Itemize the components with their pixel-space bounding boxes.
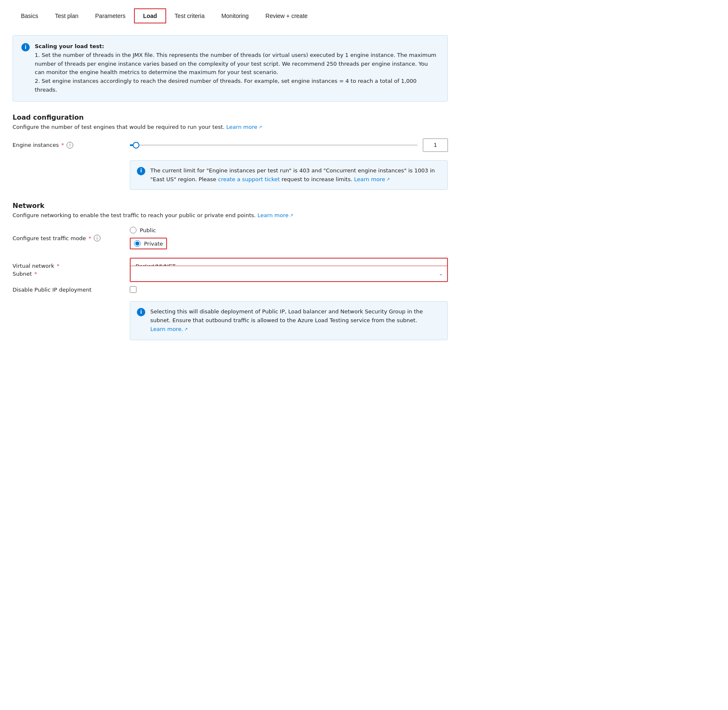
load-config-title: Load configuration (13, 113, 448, 121)
subnet-select[interactable] (131, 266, 447, 281)
network-title: Network (13, 202, 448, 210)
disable-public-ip-learn-more[interactable]: Learn more. ↗ (150, 325, 188, 334)
traffic-mode-info-icon[interactable]: i (94, 235, 100, 241)
disable-public-ip-checkbox-container (130, 286, 136, 293)
create-support-ticket-link[interactable]: create a support ticket (218, 176, 280, 182)
limit-learn-more-icon: ↗ (386, 176, 390, 183)
disable-public-ip-note-icon: i (137, 308, 145, 316)
tab-test-plan[interactable]: Test plan (46, 9, 87, 23)
traffic-mode-row: Configure test traffic mode * i Public P… (13, 227, 448, 249)
traffic-mode-required: * (88, 235, 91, 241)
disable-public-ip-label: Disable Public IP deployment (13, 287, 121, 293)
subnet-required: * (34, 271, 37, 277)
network-learn-more[interactable]: Learn more ↗ (257, 212, 293, 218)
engine-instances-value: 1 (423, 138, 448, 152)
tab-test-criteria[interactable]: Test criteria (166, 9, 213, 23)
engine-instances-info-icon[interactable]: i (67, 142, 73, 149)
network-section: Network Configure networking to enable t… (13, 202, 448, 249)
limit-note-learn-more[interactable]: Learn more ↗ (354, 175, 390, 184)
tab-basics[interactable]: Basics (13, 9, 46, 23)
info-banner: i Scaling your load test: 1. Set the num… (13, 35, 448, 102)
info-icon: i (21, 43, 30, 51)
disable-public-ip-note: i Selecting this will disable deployment… (130, 301, 448, 340)
limit-note-icon: i (137, 167, 145, 175)
engine-instances-row: Engine instances * i 1 (13, 138, 448, 152)
external-link-icon: ↗ (259, 125, 262, 129)
vnet-required2: * (57, 263, 59, 269)
radio-public[interactable]: Public (130, 227, 167, 233)
virtual-network-label2: Virtual network * (13, 263, 121, 269)
radio-private[interactable]: Private (130, 238, 167, 249)
info-banner-line2: 2. Set engine instances accordingly to r… (35, 78, 417, 93)
limit-note-text: The current limit for "Engine instances … (150, 167, 441, 184)
info-banner-title: Scaling your load test: (35, 43, 104, 49)
tab-monitoring[interactable]: Monitoring (213, 9, 257, 23)
disable-ip-learn-more-icon: ↗ (184, 326, 188, 333)
disable-public-ip-note-text: Selecting this will disable deployment o… (150, 308, 441, 333)
load-config-learn-more[interactable]: Learn more ↗ (226, 124, 262, 130)
required-marker: * (62, 142, 64, 148)
tab-load[interactable]: Load (134, 8, 166, 23)
load-config-section: Load configuration Configure the number … (13, 113, 448, 152)
radio-public-input[interactable] (130, 227, 136, 233)
slider-container: 1 (130, 138, 448, 152)
disable-public-ip-row: Disable Public IP deployment (13, 286, 448, 293)
engine-instances-label: Engine instances * i (13, 142, 121, 149)
engine-instances-slider[interactable] (130, 144, 418, 146)
network-desc: Configure networking to enable the test … (13, 212, 448, 218)
radio-private-input[interactable] (134, 240, 141, 247)
network-learn-more-icon: ↗ (290, 213, 293, 218)
subnet-label: Subnet * (13, 271, 121, 277)
traffic-mode-radio-group: Public Private (130, 227, 167, 249)
load-config-desc: Configure the number of test engines tha… (13, 124, 448, 130)
tab-parameters[interactable]: Parameters (87, 9, 134, 23)
traffic-mode-label: Configure test traffic mode * i (13, 235, 121, 241)
limit-note: i The current limit for "Engine instance… (130, 160, 448, 190)
nav-tabs: Basics Test plan Parameters Load Test cr… (13, 8, 448, 23)
info-banner-text: Scaling your load test: 1. Set the numbe… (35, 42, 439, 95)
disable-public-ip-checkbox[interactable] (130, 286, 136, 293)
tab-review-create[interactable]: Review + create (257, 9, 316, 23)
proper-vnet-section: Virtual network * DockerVMVNET ⌄ Subnet … (13, 258, 448, 282)
info-banner-line1: 1. Set the number of threads in the JMX … (35, 52, 436, 76)
